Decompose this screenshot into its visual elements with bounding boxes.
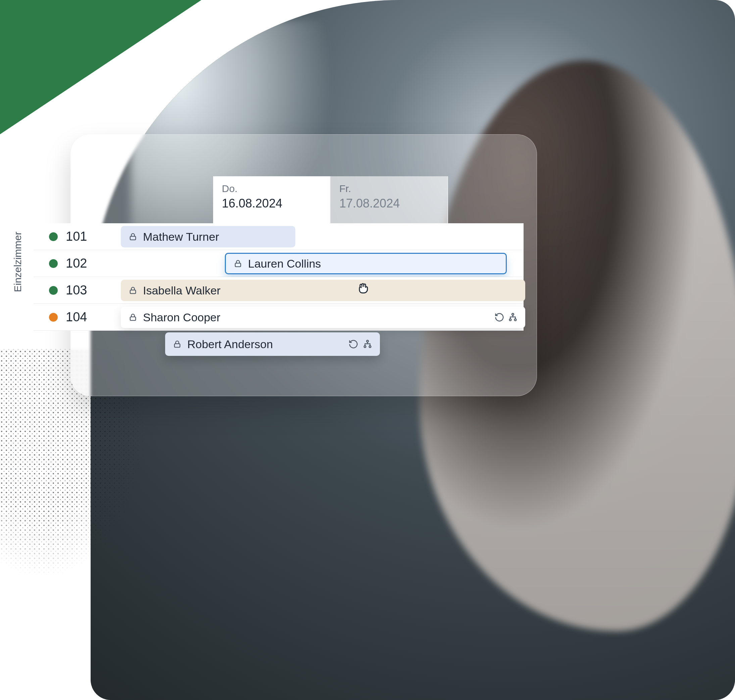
date-cell-thu[interactable]: Do. 16.08.2024 bbox=[213, 176, 331, 223]
svg-point-6 bbox=[514, 319, 516, 321]
booking-guest-name: Lauren Collins bbox=[248, 257, 321, 270]
room-category-label: Einzelzimmer bbox=[12, 232, 24, 292]
booking-guest-name: Robert Anderson bbox=[187, 338, 273, 351]
booking-sharon-cooper[interactable]: Sharon Cooper bbox=[121, 306, 525, 328]
svg-rect-1 bbox=[235, 263, 241, 267]
lock-icon bbox=[128, 313, 138, 322]
svg-rect-0 bbox=[130, 236, 135, 240]
lock-icon bbox=[233, 259, 243, 268]
hierarchy-icon[interactable] bbox=[363, 339, 372, 349]
room-cell: 104 bbox=[34, 310, 121, 324]
svg-rect-3 bbox=[130, 317, 135, 321]
room-number: 102 bbox=[66, 256, 87, 271]
room-row-104[interactable]: 104 Sharon Cooper bbox=[34, 304, 523, 331]
booking-lauren-collins[interactable]: Lauren Collins bbox=[225, 253, 507, 274]
svg-point-9 bbox=[364, 346, 366, 348]
day-label: Fr. bbox=[339, 183, 439, 194]
stage: { "category_label": "Einzelzimmer", "dat… bbox=[0, 0, 735, 700]
booking-guest-name: Isabella Walker bbox=[143, 284, 220, 297]
date-value: 16.08.2024 bbox=[222, 196, 321, 210]
date-header: Do. 16.08.2024 Fr. 17.08.2024 bbox=[213, 176, 448, 223]
svg-rect-7 bbox=[175, 344, 180, 347]
day-label: Do. bbox=[222, 183, 321, 194]
booking-guest-name: Sharon Cooper bbox=[143, 311, 220, 324]
room-number: 104 bbox=[66, 310, 87, 324]
room-cell: 101 bbox=[34, 229, 121, 244]
refresh-icon[interactable] bbox=[348, 339, 359, 349]
lock-icon bbox=[128, 232, 138, 241]
booking-mathew-turner[interactable]: Mathew Turner bbox=[121, 226, 295, 247]
status-dot-orange bbox=[49, 313, 58, 322]
status-dot-green bbox=[49, 286, 58, 295]
lock-icon bbox=[172, 340, 182, 349]
room-row-103[interactable]: 103 Isabella Walker bbox=[34, 277, 523, 304]
refresh-icon[interactable] bbox=[494, 312, 504, 322]
room-cell: 103 bbox=[34, 283, 121, 297]
room-cell: 102 bbox=[34, 256, 121, 271]
room-number: 103 bbox=[66, 283, 87, 297]
rooms-grid: 101 Mathew Turner 102 Lauren Collins 103 bbox=[34, 223, 523, 331]
svg-point-8 bbox=[366, 340, 369, 343]
lock-icon bbox=[128, 286, 138, 295]
date-cell-fri[interactable]: Fr. 17.08.2024 bbox=[331, 176, 448, 223]
booking-guest-name: Mathew Turner bbox=[143, 230, 219, 243]
room-number: 101 bbox=[66, 229, 87, 244]
svg-rect-2 bbox=[130, 290, 135, 294]
hierarchy-icon[interactable] bbox=[508, 312, 518, 322]
booking-robert-anderson[interactable]: Robert Anderson bbox=[165, 332, 380, 356]
room-row-101[interactable]: 101 Mathew Turner bbox=[34, 223, 523, 250]
date-value: 17.08.2024 bbox=[339, 196, 439, 210]
status-dot-green bbox=[49, 232, 58, 241]
svg-point-10 bbox=[369, 346, 371, 348]
svg-point-5 bbox=[510, 319, 512, 321]
status-dot-green bbox=[49, 259, 58, 268]
svg-point-4 bbox=[512, 313, 514, 316]
booking-isabella-walker[interactable]: Isabella Walker bbox=[121, 280, 525, 301]
room-row-102[interactable]: 102 Lauren Collins bbox=[34, 250, 523, 277]
